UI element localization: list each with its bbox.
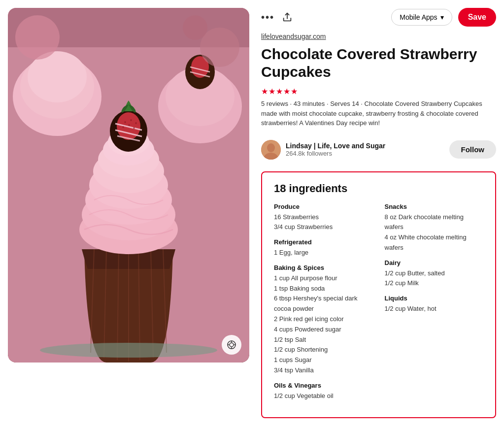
svg-point-32 bbox=[135, 122, 137, 124]
ingredient-item: 6 tbsp Hershey's special dark cocoa powd… bbox=[274, 294, 373, 314]
ingredient-item: 1/2 tsp Salt bbox=[274, 335, 373, 345]
ingredient-category: Snacks8 oz Dark chocolate melting wafers… bbox=[385, 203, 484, 253]
recipe-meta: ★★★★★ 5 reviews · 43 minutes · Serves 14… bbox=[261, 87, 496, 128]
ingredient-category: Produce16 Strawberries3/4 cup Strawberri… bbox=[274, 203, 373, 233]
ingredient-item: 3/4 cup Strawberries bbox=[274, 222, 373, 232]
category-name: Oils & Vinegars bbox=[274, 382, 373, 389]
ingredient-item: 1 Egg, large bbox=[274, 248, 373, 258]
content-section: ••• Mobile Apps ▾ Save lifeloveandsugar.… bbox=[261, 8, 496, 421]
svg-point-34 bbox=[129, 124, 130, 126]
ingredient-category: Liquids1/2 cup Water, hot bbox=[385, 295, 484, 314]
ingredient-item: 16 Strawberries bbox=[274, 212, 373, 223]
ingredients-left-col: Produce16 Strawberries3/4 cup Strawberri… bbox=[274, 203, 373, 407]
save-button[interactable]: Save bbox=[458, 8, 496, 27]
category-name: Snacks bbox=[385, 203, 484, 210]
svg-point-38 bbox=[15, 15, 60, 60]
ingredient-item: 2 Pink red gel icing color bbox=[274, 314, 373, 325]
mobile-apps-dropdown[interactable]: Mobile Apps ▾ bbox=[391, 9, 452, 26]
ingredient-item: 1/2 cup Water, hot bbox=[385, 304, 484, 314]
share-button[interactable] bbox=[280, 10, 294, 24]
svg-point-30 bbox=[125, 121, 126, 123]
cupcake-svg bbox=[8, 8, 249, 363]
ingredient-item: 1 tsp Baking soda bbox=[274, 284, 373, 294]
svg-point-36 bbox=[40, 343, 217, 358]
ingredients-grid: Produce16 Strawberries3/4 cup Strawberri… bbox=[274, 203, 483, 407]
follow-button[interactable]: Follow bbox=[449, 140, 497, 159]
mobile-apps-label: Mobile Apps bbox=[400, 13, 437, 21]
ingredient-category: Dairy1/2 cup Butter, salted1/2 cup Milk bbox=[385, 259, 484, 289]
recipe-meta-text: 5 reviews · 43 minutes · Serves 14 · Cho… bbox=[261, 99, 496, 128]
author-info: Lindsay | Life, Love and Sugar 264.8k fo… bbox=[286, 142, 444, 157]
toolbar: ••• Mobile Apps ▾ Save bbox=[261, 8, 496, 27]
ingredient-item: 4 oz White chocolate melting wafers bbox=[385, 232, 484, 253]
svg-point-39 bbox=[200, 28, 239, 67]
recipe-image-section bbox=[8, 8, 249, 363]
author-followers: 264.8k followers bbox=[286, 150, 444, 157]
author-name[interactable]: Lindsay | Life, Love and Sugar bbox=[286, 142, 444, 150]
recipe-title: Chocolate Covered Strawberry Cupcakes bbox=[261, 45, 496, 81]
svg-point-40 bbox=[183, 15, 207, 40]
star-rating: ★★★★★ bbox=[261, 87, 298, 96]
avatar-image bbox=[261, 140, 281, 160]
ingredient-item: 1/2 cup Shortening bbox=[274, 345, 373, 355]
ingredient-category: Oils & Vinegars1/2 cup Vegetable oil bbox=[274, 382, 373, 401]
category-name: Refrigerated bbox=[274, 238, 373, 246]
author-avatar[interactable] bbox=[261, 140, 281, 160]
ingredient-item: 1/2 cup Vegetable oil bbox=[274, 391, 373, 401]
svg-point-35 bbox=[134, 127, 135, 129]
lens-search-button[interactable] bbox=[222, 335, 241, 355]
category-name: Baking & Spices bbox=[274, 264, 373, 271]
share-icon bbox=[282, 12, 293, 23]
ingredient-item: 1/2 cup Milk bbox=[385, 278, 484, 289]
svg-point-31 bbox=[131, 119, 132, 121]
chevron-down-icon: ▾ bbox=[440, 13, 444, 21]
more-options-button[interactable]: ••• bbox=[261, 12, 274, 23]
ingredient-item: 1 cups Sugar bbox=[274, 355, 373, 365]
ingredient-item: 1/2 cup Butter, salted bbox=[385, 268, 484, 279]
svg-point-33 bbox=[123, 126, 124, 128]
category-name: Produce bbox=[274, 203, 373, 210]
ingredient-item: 1 cup All purpose flour bbox=[274, 273, 373, 284]
ingredient-category: Refrigerated1 Egg, large bbox=[274, 238, 373, 258]
author-row: Lindsay | Life, Love and Sugar 264.8k fo… bbox=[261, 140, 496, 160]
ingredient-item: 3/4 tsp Vanilla bbox=[274, 365, 373, 376]
ingredients-right-col: Snacks8 oz Dark chocolate melting wafers… bbox=[385, 203, 484, 407]
svg-point-48 bbox=[267, 143, 275, 152]
category-name: Dairy bbox=[385, 259, 484, 266]
ingredient-category: Baking & Spices1 cup All purpose flour1 … bbox=[274, 264, 373, 376]
svg-point-42 bbox=[230, 343, 234, 347]
ingredient-item: 8 oz Dark chocolate melting wafers bbox=[385, 212, 484, 233]
cupcake-image bbox=[8, 8, 249, 363]
category-name: Liquids bbox=[385, 295, 484, 302]
ingredient-item: 4 cups Powdered sugar bbox=[274, 325, 373, 335]
ingredients-box: 18 ingredients Produce16 Strawberries3/4… bbox=[261, 171, 496, 418]
lens-icon bbox=[227, 340, 236, 350]
source-link[interactable]: lifeloveandsugar.com bbox=[261, 33, 496, 40]
ingredients-title: 18 ingredients bbox=[274, 182, 483, 195]
